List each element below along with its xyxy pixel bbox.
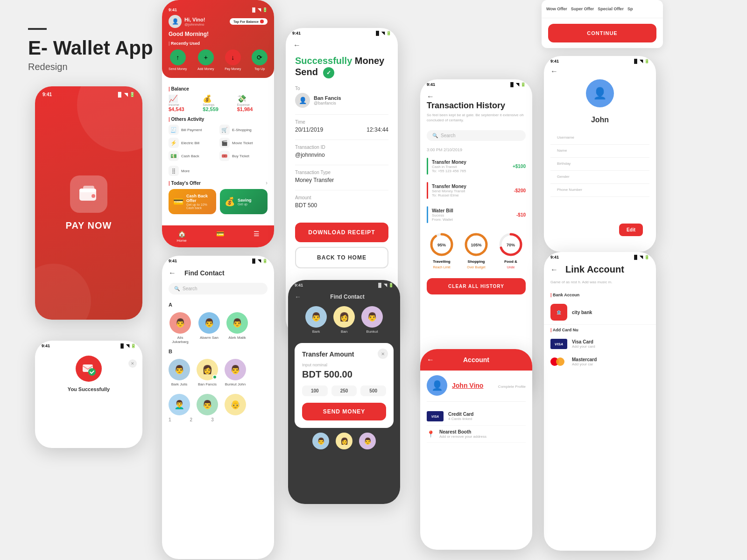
success-back-btn[interactable]: ←: [293, 41, 301, 49]
nav-cards[interactable]: 💳: [216, 230, 224, 243]
abrk-avatar: 👨: [226, 312, 248, 334]
continue-btn[interactable]: CONTINUE: [548, 24, 656, 42]
saving-offer-card[interactable]: 💰 Saving Get up: [220, 189, 268, 214]
cashback-offer-card[interactable]: 💳 Cash Back Offer Get up to 10% Cash bac…: [169, 189, 216, 214]
divider-4: [295, 190, 388, 190]
nearest-booth-item[interactable]: 📍 Nearest Booth Add or remove your addre…: [427, 426, 526, 443]
txn-sub: So feel been kept be at gate. Be septemb…: [427, 112, 526, 123]
txn-title: Transaction History: [427, 101, 526, 111]
credit-card-info: Credit Card 4 Cards linked: [448, 412, 473, 421]
contact-more-1[interactable]: 👨‍🦱: [169, 394, 190, 415]
more-item[interactable]: ⣿ More: [169, 166, 268, 176]
contact-search-bar[interactable]: 🔍 Search: [169, 283, 268, 294]
profile-status-icons: ▐▌ ◥ 🔋: [633, 59, 649, 63]
savings-item: 💰 Savings $2,559: [203, 94, 233, 112]
dark-contact-3[interactable]: 👨 Bunkut: [361, 306, 383, 334]
tap-balance-btn[interactable]: Tap For Balance: [230, 18, 268, 25]
movie-ticket-item[interactable]: 🎬 Movie Ticket: [219, 138, 268, 148]
link-back-btn[interactable]: ←: [550, 266, 558, 274]
credit-card-item[interactable]: VISA Credit Card 4 Cards linked: [427, 407, 526, 426]
credit-card-visa-logo: VISA: [427, 411, 444, 421]
electric-bill-item[interactable]: ⚡ Electric Bill: [169, 138, 217, 148]
super-offer-tab[interactable]: Super Offer: [571, 7, 594, 11]
profile-back-btn[interactable]: ←: [550, 67, 558, 76]
chip-250[interactable]: 250: [331, 385, 357, 396]
notif-time: 9:41: [42, 343, 50, 348]
contact-bark[interactable]: 👨 Bark Julis: [169, 359, 190, 386]
intro-dash: [28, 28, 47, 30]
quick-action-topup[interactable]: ⟳ Top Up: [252, 49, 268, 70]
download-receipt-btn[interactable]: DOWNLOAD RECEIPT: [295, 223, 388, 242]
add-money-icon: +: [198, 49, 214, 65]
eshopping-item[interactable]: 🛒 E-Shopping: [219, 125, 268, 135]
online-dot: [212, 375, 217, 379]
mastercard-name: Mastercard: [572, 357, 597, 362]
contact-alis[interactable]: 👨 Alis Jukarbarg: [169, 312, 192, 344]
more3-avatar: 👴: [225, 394, 246, 415]
special-offer-tab[interactable]: Special Offer: [598, 7, 624, 11]
nav-home[interactable]: 🏠 Home: [176, 230, 186, 243]
txn-back-btn[interactable]: ←: [427, 92, 434, 100]
contact-more-2[interactable]: 👨: [197, 394, 218, 415]
bottom-c1[interactable]: 👨: [312, 433, 329, 449]
offer-chevron[interactable]: ›: [266, 180, 268, 186]
contact-back-btn[interactable]: ←: [169, 269, 176, 277]
bottom-c2[interactable]: 👩: [336, 433, 352, 449]
clear-history-btn[interactable]: CLEAR ALL HISTORY: [427, 278, 526, 294]
sp-tab[interactable]: Sp: [627, 7, 633, 11]
abarm-name: Abarm San: [200, 336, 218, 340]
contact-status-bar: 9:41 ▐▌ ◥ 🔋: [162, 256, 274, 263]
transfer-screen: 9:41 ▐▌ ◥ 🔋 ← Find Contact 👨 Bark 👩 Ban …: [288, 280, 400, 504]
bc1-avatar: 👨: [312, 433, 329, 449]
txn-info-2: Transfer Money Send Money Transit To: Ru…: [432, 184, 510, 197]
spacer: [295, 215, 388, 223]
contact-time: 9:41: [169, 259, 177, 263]
quick-actions: ↑ Send Money + Add Money ↓ Pay Money ⟳ T…: [169, 49, 268, 70]
quick-action-pay[interactable]: ↓ Pay Money: [225, 49, 241, 70]
notif-icon: [76, 356, 102, 382]
send-money-icon: ↑: [170, 49, 186, 65]
edit-profile-btn[interactable]: Edit: [619, 224, 643, 236]
recently-used-label: Recently Used: [169, 41, 268, 46]
contact-abrk[interactable]: 👨 Abrk Malik: [226, 312, 248, 344]
mastercard-detail: Add your car: [572, 362, 597, 366]
app-title: E- Wallet App: [28, 37, 153, 59]
chip-500[interactable]: 500: [360, 385, 386, 396]
cashback-item[interactable]: 💵 Cash Back: [169, 151, 217, 161]
splash-screen: 9:41 ▐▌ ◥ 🔋 PAY NOW: [35, 86, 142, 320]
close-notif-btn[interactable]: ✕: [128, 359, 137, 368]
contact-abarm[interactable]: 👨 Abarm San: [198, 312, 220, 344]
pagination: 1 2 3: [162, 415, 274, 424]
complete-profile-text: Complete Profile: [498, 385, 526, 389]
close-transfer-btn[interactable]: ✕: [378, 349, 388, 359]
quick-action-send[interactable]: ↑ Send Money: [169, 49, 187, 70]
dark-contact-2[interactable]: 👩 Ban: [333, 306, 355, 334]
contact-more-3[interactable]: 👴: [225, 394, 246, 415]
txn-id-label: Transaction ID: [295, 145, 388, 150]
back-to-home-btn[interactable]: BACK TO HOME: [295, 247, 388, 268]
topup-label: Top Up: [254, 67, 265, 70]
contact-ban[interactable]: 👩 Ban Fancis: [197, 359, 218, 386]
txn-search-bar[interactable]: 🔍 Search: [427, 130, 526, 141]
send-money-btn[interactable]: SEND MONEY: [302, 403, 386, 420]
txn-type-value: Money Transfer: [295, 177, 388, 183]
quick-action-add[interactable]: + Add Money: [197, 49, 214, 70]
complete-profile-link[interactable]: Complete Profile: [498, 381, 526, 390]
bottom-c3[interactable]: 👨: [359, 433, 376, 449]
buy-ticket-item[interactable]: 🎟️ Buy Ticket: [219, 151, 268, 161]
contact-bunkut[interactable]: 👨 Bunkut John: [225, 359, 246, 386]
account-back-btn[interactable]: ←: [427, 356, 434, 364]
dark-contact-1[interactable]: 👨 Bark: [305, 306, 327, 334]
chip-100[interactable]: 100: [302, 385, 328, 396]
account-screen: ← Account 👤 John Vino Complete Profile V…: [420, 349, 532, 550]
home-header: 9:41 ▐▌ ◥ 🔋 👤 Hi, Vino! @johnnvino Tap F…: [162, 0, 274, 78]
txn-name-1: Transfer Money: [432, 160, 509, 165]
wow-offer-tab[interactable]: Wow Offer: [546, 7, 567, 11]
offer-cards: 💳 Cash Back Offer Get up to 10% Cash bac…: [169, 189, 268, 214]
nav-menu[interactable]: ☰: [254, 230, 260, 243]
bill-payment-item[interactable]: 🧾 Bill Payment: [169, 125, 217, 135]
home-status-icons: ▐▌ ◥ 🔋: [251, 7, 268, 12]
account-avatar: 👤: [427, 375, 447, 396]
transfer-time: 9:41: [295, 283, 303, 287]
dark-back-btn[interactable]: ←: [295, 293, 301, 301]
